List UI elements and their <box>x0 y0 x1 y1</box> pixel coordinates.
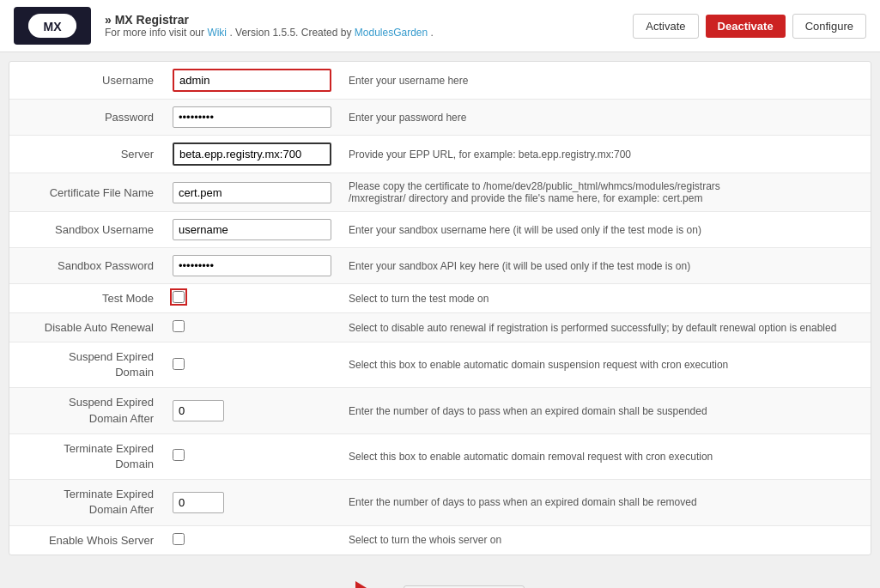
deactivate-button[interactable]: Deactivate <box>706 15 786 38</box>
username-input-cell <box>164 62 340 100</box>
whois-checkbox[interactable] <box>173 533 185 545</box>
author-link[interactable]: ModulesGarden <box>355 27 428 39</box>
module-subtitle: For more info visit our Wiki . Version 1… <box>105 27 619 39</box>
password-input-cell <box>164 100 340 136</box>
subtitle-prefix: For more info visit our <box>105 27 207 39</box>
cert-row: Certificate File Name Please copy the ce… <box>9 173 871 212</box>
terminate-domain-input-cell <box>164 433 340 479</box>
disable-renewal-checkbox[interactable] <box>173 320 185 332</box>
subtitle-version: . Version 1.5.5. Created by <box>229 27 354 39</box>
username-label: Username <box>9 62 164 100</box>
test-mode-hint: Select to turn the test mode on <box>340 284 871 313</box>
terminate-domain-row: Terminate Expired Domain Select this box… <box>9 433 871 479</box>
whois-hint: Select to turn the whois server on <box>340 525 871 555</box>
server-input[interactable] <box>173 142 331 166</box>
password-input[interactable] <box>173 106 331 128</box>
cert-input[interactable] <box>173 182 331 203</box>
disable-renewal-hint: Select to disable auto renewal if regist… <box>340 313 871 342</box>
server-label: Server <box>9 136 164 173</box>
subtitle-end: . <box>431 27 434 39</box>
terminate-after-input[interactable] <box>173 492 224 513</box>
main-content: Username Enter your username here Passwo… <box>9 61 871 555</box>
disable-renewal-label: Disable Auto Renewal <box>9 313 164 342</box>
terminate-domain-checkbox[interactable] <box>173 449 185 461</box>
module-name: » MX Registrar <box>105 13 619 27</box>
suspend-after-hint: Enter the number of days to pass when an… <box>340 388 871 433</box>
terminate-after-label: Terminate Expired Domain After <box>9 480 164 525</box>
logo-text: MX <box>28 14 76 38</box>
suspend-domain-label: Suspend Expired Domain <box>9 342 164 388</box>
password-row: Password Enter your password here <box>9 100 871 136</box>
server-hint: Provide your EPP URL, for example: beta.… <box>340 136 871 173</box>
sandbox-pass-input-cell <box>164 248 340 284</box>
sandbox-pass-input[interactable] <box>173 255 331 276</box>
disable-renewal-input-cell <box>164 313 340 342</box>
terminate-domain-hint: Select this box to enable automatic doma… <box>340 433 871 479</box>
save-button[interactable]: Save Changes <box>404 585 525 589</box>
suspend-domain-hint: Select this box to enable automatic doma… <box>340 342 871 388</box>
password-label: Password <box>9 100 164 136</box>
username-hint: Enter your username here <box>340 62 871 100</box>
whois-row: Enable Whois Server Select to turn the w… <box>9 525 871 555</box>
activate-button[interactable]: Activate <box>633 14 698 39</box>
password-hint: Enter your password here <box>340 100 871 136</box>
cert-label: Certificate File Name <box>9 173 164 212</box>
arrow-icon <box>355 581 386 589</box>
terminate-domain-label: Terminate Expired Domain <box>9 433 164 479</box>
test-mode-label: Test Mode <box>9 284 164 313</box>
terminate-after-input-cell <box>164 480 340 525</box>
suspend-after-input[interactable] <box>173 400 224 421</box>
sandbox-pass-label: Sandbox Password <box>9 248 164 284</box>
sandbox-user-label: Sandbox Username <box>9 212 164 248</box>
test-mode-checkbox[interactable] <box>173 291 185 303</box>
terminate-after-row: Terminate Expired Domain After Enter the… <box>9 480 871 525</box>
header-bar: MX » MX Registrar For more info visit ou… <box>0 0 880 52</box>
svg-text:MX: MX <box>44 20 63 33</box>
whois-input-cell <box>164 525 340 555</box>
header-title-area: » MX Registrar For more info visit our W… <box>105 13 619 39</box>
suspend-domain-checkbox[interactable] <box>173 358 185 370</box>
settings-table: Username Enter your username here Passwo… <box>9 62 871 555</box>
suspend-domain-input-cell <box>164 342 340 388</box>
test-mode-row: Test Mode Select to turn the test mode o… <box>9 284 871 313</box>
wiki-link[interactable]: Wiki <box>207 27 227 39</box>
sandbox-user-input[interactable] <box>173 219 331 240</box>
header-actions: Activate Deactivate Configure <box>633 14 866 39</box>
sandbox-user-row: Sandbox Username Enter your sandbox user… <box>9 212 871 248</box>
suspend-domain-row: Suspend Expired Domain Select this box t… <box>9 342 871 388</box>
sandbox-pass-row: Sandbox Password Enter your sandbox API … <box>9 248 871 284</box>
username-row: Username Enter your username here <box>9 62 871 100</box>
suspend-after-label: Suspend Expired Domain After <box>9 388 164 433</box>
module-logo: MX <box>14 7 91 45</box>
suspend-after-row: Suspend Expired Domain After Enter the n… <box>9 388 871 433</box>
cert-hint: Please copy the certificate to /home/dev… <box>340 173 871 212</box>
sandbox-pass-hint: Enter your sandbox API key here (it will… <box>340 248 871 284</box>
terminate-after-hint: Enter the number of days to pass when an… <box>340 480 871 525</box>
server-input-cell <box>164 136 340 173</box>
sandbox-user-input-cell <box>164 212 340 248</box>
disable-renewal-row: Disable Auto Renewal Select to disable a… <box>9 313 871 342</box>
whois-label: Enable Whois Server <box>9 525 164 555</box>
footer-area: Save Changes <box>0 564 880 589</box>
suspend-after-input-cell <box>164 388 340 433</box>
sandbox-user-hint: Enter your sandbox username here (it wil… <box>340 212 871 248</box>
cert-input-cell <box>164 173 340 212</box>
username-input[interactable] <box>173 69 331 92</box>
server-row: Server Provide your EPP URL, for example… <box>9 136 871 173</box>
test-mode-input-cell <box>164 284 340 313</box>
configure-button[interactable]: Configure <box>792 14 866 39</box>
